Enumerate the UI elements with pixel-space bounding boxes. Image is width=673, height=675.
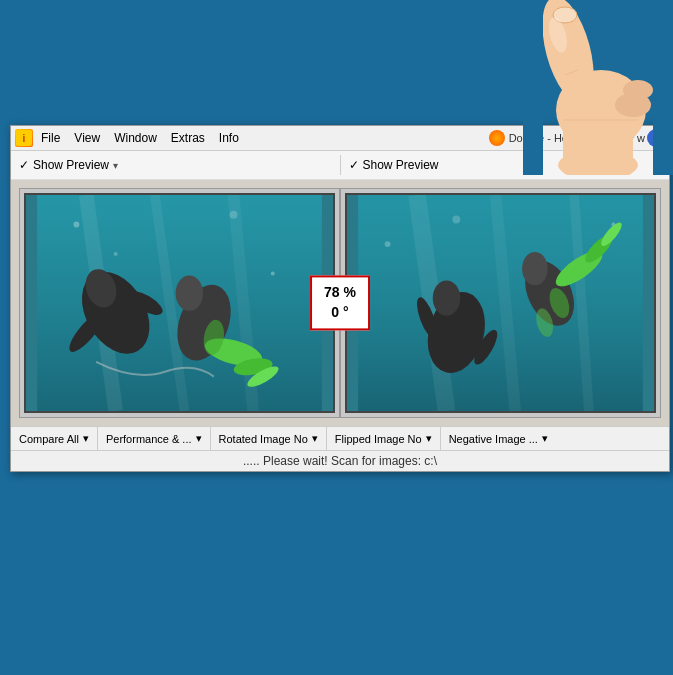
right-preview-label: Show Preview xyxy=(363,158,439,172)
left-preview-dropdown-icon[interactable]: ▾ xyxy=(113,160,118,171)
svg-point-40 xyxy=(452,216,460,224)
flipped-image-button[interactable]: Flipped Image No ▾ xyxy=(327,427,441,450)
menu-file[interactable]: File xyxy=(35,129,66,147)
rotated-image-button[interactable]: Rotated Image No ▾ xyxy=(211,427,327,450)
svg-rect-11 xyxy=(653,0,673,175)
left-preview-label: Show Preview xyxy=(33,158,109,172)
svg-rect-10 xyxy=(523,0,543,175)
svg-point-21 xyxy=(230,211,238,219)
svg-text:i: i xyxy=(23,133,26,144)
thumbs-up-decoration xyxy=(513,0,673,180)
flipped-dropdown-icon[interactable]: ▾ xyxy=(426,432,432,445)
flipped-label: Flipped Image No xyxy=(335,433,422,445)
percentage-box: 78 % 0 ° xyxy=(310,275,370,330)
svg-point-38 xyxy=(385,241,391,247)
negative-image-button[interactable]: Negative Image ... ▾ xyxy=(441,427,556,450)
status-bar: ..... Please wait! Scan for images: c:\ xyxy=(11,450,669,471)
menu-info[interactable]: Info xyxy=(213,129,245,147)
performance-dropdown-icon[interactable]: ▾ xyxy=(196,432,202,445)
svg-point-20 xyxy=(114,252,118,256)
left-check-icon: ✓ xyxy=(19,158,29,172)
svg-point-42 xyxy=(433,280,460,315)
status-text: ..... Please wait! Scan for images: c:\ xyxy=(243,454,437,468)
right-image-canvas xyxy=(345,193,656,413)
thumbs-up-icon xyxy=(523,0,673,175)
left-image-canvas xyxy=(24,193,335,413)
rotated-label: Rotated Image No xyxy=(219,433,308,445)
center-overlay: 78 % 0 ° xyxy=(310,275,370,330)
right-check-icon: ✓ xyxy=(349,158,359,172)
performance-button[interactable]: Performance & ... ▾ xyxy=(98,427,211,450)
bottom-toolbar: Compare All ▾ Performance & ... ▾ Rotate… xyxy=(11,426,669,450)
performance-label: Performance & ... xyxy=(106,433,192,445)
left-image-panel xyxy=(19,188,340,418)
toolbar-separator xyxy=(340,155,341,175)
compare-all-label: Compare All xyxy=(19,433,79,445)
svg-point-5 xyxy=(623,80,653,100)
menu-window[interactable]: Window xyxy=(108,129,163,147)
svg-point-28 xyxy=(176,276,203,311)
svg-point-22 xyxy=(271,272,275,276)
svg-point-46 xyxy=(522,252,548,285)
svg-point-19 xyxy=(73,222,79,228)
percentage-value: 78 % xyxy=(324,283,356,303)
rotated-dropdown-icon[interactable]: ▾ xyxy=(312,432,318,445)
degrees-value: 0 ° xyxy=(324,303,356,323)
right-image-panel xyxy=(340,188,661,418)
panels-container: 78 % 0 ° xyxy=(11,180,669,426)
compare-all-dropdown-icon[interactable]: ▾ xyxy=(83,432,89,445)
left-scene-svg xyxy=(26,195,333,411)
negative-label: Negative Image ... xyxy=(449,433,538,445)
compare-all-button[interactable]: Compare All ▾ xyxy=(11,427,98,450)
donate-icon xyxy=(489,130,505,146)
right-scene-svg xyxy=(347,195,654,411)
menu-extras[interactable]: Extras xyxy=(165,129,211,147)
negative-dropdown-icon[interactable]: ▾ xyxy=(542,432,548,445)
left-preview-control[interactable]: ✓ Show Preview ▾ xyxy=(19,158,332,172)
menu-view[interactable]: View xyxy=(68,129,106,147)
app-icon: i xyxy=(15,129,33,147)
